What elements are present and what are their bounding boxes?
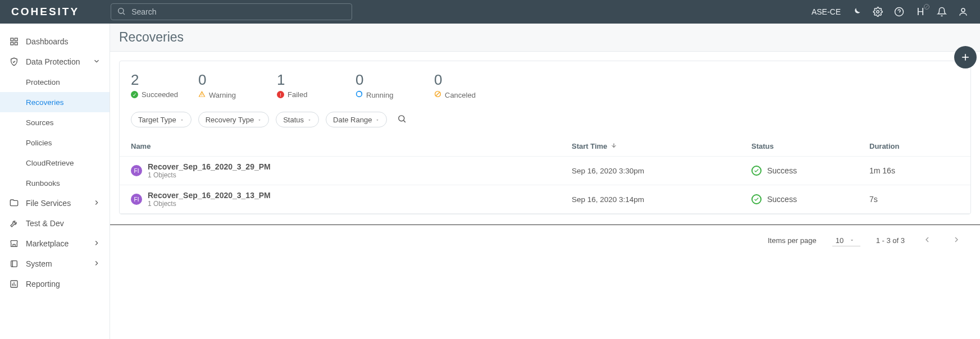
- table-row[interactable]: FI Recover_Sep_16_2020_3_29_PM 1 Objects…: [120, 157, 970, 185]
- store-icon: [9, 239, 19, 249]
- col-start-time[interactable]: Start Time: [572, 142, 751, 150]
- nav-label: Data Protection: [26, 57, 86, 66]
- server-icon: [9, 259, 19, 269]
- filter-date-range[interactable]: Date Range: [326, 112, 387, 127]
- recovery-duration: 7s: [869, 195, 959, 204]
- success-icon: ✓: [131, 91, 138, 98]
- help-icon[interactable]: [894, 6, 905, 17]
- chip-label: Target Type: [138, 116, 176, 124]
- table-header: Name Start Time Status Duration: [120, 136, 970, 157]
- caret-down-icon: [307, 116, 312, 124]
- search-input[interactable]: [131, 7, 346, 16]
- status-summary: 2 ✓ Succeeded 0 Warning: [120, 61, 970, 107]
- stat-count: 2: [131, 72, 187, 87]
- svg-rect-10: [15, 42, 17, 45]
- nav-test-dev[interactable]: Test & Dev: [0, 213, 110, 233]
- add-recovery-button[interactable]: [954, 46, 977, 68]
- recovery-duration: 1m 16s: [869, 166, 959, 175]
- recovery-avatar: FI: [131, 194, 142, 205]
- stat-warning[interactable]: 0 Warning: [198, 72, 271, 99]
- items-per-page-select[interactable]: 10: [832, 235, 860, 246]
- nav-marketplace[interactable]: Marketplace: [0, 233, 110, 254]
- prev-page-button[interactable]: [920, 233, 934, 248]
- chevron-down-icon: [93, 57, 101, 67]
- recovery-status: Success: [767, 195, 797, 204]
- cluster-label[interactable]: ASE-CE: [812, 7, 841, 16]
- svg-point-0: [118, 8, 124, 13]
- filter-status[interactable]: Status: [276, 112, 319, 127]
- stat-failed[interactable]: 1 ! Failed: [277, 72, 350, 99]
- nav-label: Dashboards: [26, 37, 101, 46]
- nav-policies[interactable]: Policies: [0, 132, 110, 153]
- page-title: Recoveries: [119, 30, 184, 45]
- nav-label: Test & Dev: [26, 219, 101, 228]
- nav-label: Marketplace: [26, 239, 86, 248]
- stat-label: Warning: [209, 91, 236, 99]
- nav-cloudretrieve[interactable]: CloudRetrieve: [0, 153, 110, 173]
- stat-label: Running: [366, 91, 393, 99]
- stat-canceled[interactable]: 0 Canceled: [434, 72, 507, 99]
- nav-label: Reporting: [26, 280, 101, 288]
- chevron-right-icon: [93, 239, 101, 249]
- svg-line-1: [123, 13, 125, 15]
- nav-system[interactable]: System: [0, 254, 110, 274]
- caret-down-icon: [257, 116, 262, 124]
- chip-label: Date Range: [333, 116, 372, 124]
- chart-icon: [9, 279, 19, 289]
- recovery-start: Sep 16, 2020 3:30pm: [572, 167, 751, 175]
- nav-reporting[interactable]: Reporting: [0, 274, 110, 294]
- warning-icon: [198, 90, 206, 99]
- filter-target-type[interactable]: Target Type: [131, 112, 192, 127]
- stat-count: 1: [277, 72, 344, 87]
- stat-succeeded[interactable]: 2 ✓ Succeeded: [120, 72, 193, 99]
- stat-count: 0: [198, 72, 266, 87]
- svg-rect-9: [11, 42, 13, 45]
- table-row[interactable]: FI Recover_Sep_16_2020_3_13_PM 1 Objects…: [120, 185, 970, 214]
- nav-dashboards[interactable]: Dashboards: [0, 31, 110, 52]
- app-header: COHESITY ASE-CE: [0, 0, 980, 24]
- folder-icon: [9, 198, 19, 208]
- items-per-page-value: 10: [836, 236, 844, 245]
- svg-point-2: [877, 11, 879, 13]
- col-status[interactable]: Status: [751, 142, 869, 150]
- svg-line-23: [404, 121, 405, 122]
- table-search-icon[interactable]: [397, 114, 407, 125]
- running-icon: [355, 90, 363, 99]
- global-search[interactable]: [111, 3, 352, 20]
- col-duration[interactable]: Duration: [869, 142, 959, 150]
- svg-line-5: [926, 6, 928, 8]
- helios-icon[interactable]: H: [915, 6, 926, 17]
- stat-running[interactable]: 0 Running: [355, 72, 429, 99]
- nav-file-services[interactable]: File Services: [0, 193, 110, 213]
- gear-icon[interactable]: [872, 6, 883, 17]
- svg-line-21: [436, 92, 440, 96]
- nav-protection[interactable]: Protection: [0, 72, 110, 92]
- nav-label: File Services: [26, 199, 86, 208]
- bell-icon[interactable]: [936, 6, 947, 17]
- stat-count: 0: [434, 72, 502, 87]
- page-title-bar: Recoveries: [110, 24, 980, 52]
- caret-down-icon: [180, 116, 184, 124]
- chip-label: Recovery Type: [206, 116, 254, 124]
- nav-runbooks[interactable]: Runbooks: [0, 173, 110, 193]
- user-icon[interactable]: [958, 6, 969, 17]
- recovery-avatar: FI: [131, 165, 142, 176]
- success-icon: [751, 166, 762, 176]
- search-icon: [117, 7, 126, 17]
- nav-data-protection[interactable]: Data Protection: [0, 52, 110, 72]
- filter-recovery-type[interactable]: Recovery Type: [198, 112, 269, 127]
- col-label: Start Time: [572, 142, 607, 150]
- header-actions: ASE-CE H: [812, 6, 969, 17]
- next-page-button[interactable]: [950, 233, 963, 248]
- recovery-name: Recover_Sep_16_2020_3_13_PM: [148, 191, 271, 200]
- dashboard-icon: [9, 36, 19, 47]
- dark-mode-icon[interactable]: [851, 6, 862, 17]
- stat-label: Succeeded: [142, 90, 178, 99]
- shield-icon: [9, 57, 19, 67]
- chevron-right-icon: [93, 259, 101, 269]
- chip-label: Status: [283, 116, 304, 124]
- svg-point-6: [961, 8, 965, 12]
- nav-recoveries[interactable]: Recoveries: [0, 92, 110, 112]
- nav-sources[interactable]: Sources: [0, 112, 110, 132]
- col-name[interactable]: Name: [131, 142, 572, 150]
